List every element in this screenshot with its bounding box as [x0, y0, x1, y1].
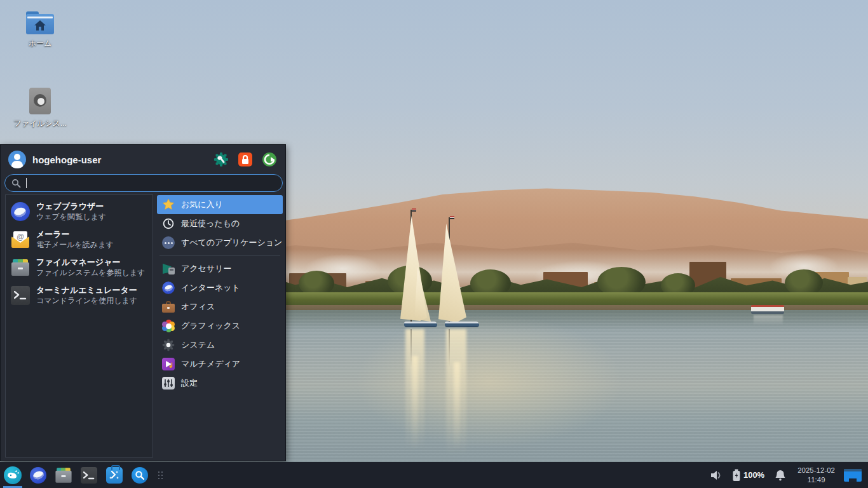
category-favorites[interactable]: お気に入り [157, 195, 283, 214]
web-browser-icon [30, 467, 46, 484]
filesystem-drive-icon [29, 88, 51, 114]
system-tray: 100% 2025-12-02 11:49 [705, 462, 868, 488]
file-manager-icon [55, 466, 72, 484]
app-item-terminal[interactable]: ターミナルエミュレーター コマンドラインを使用します [6, 281, 153, 309]
software-launcher[interactable] [102, 462, 127, 488]
notifications-button[interactable] [770, 462, 791, 488]
ferry-reflection [754, 315, 783, 325]
graphics-icon [162, 320, 175, 332]
category-separator [159, 255, 280, 256]
terminal-icon [11, 286, 30, 305]
whisker-menu-panel: hogehoge-user [0, 144, 286, 461]
workspace-switcher[interactable] [844, 469, 862, 482]
category-recently-used[interactable]: 最近使ったもの [157, 214, 283, 233]
category-label: グラフィックス [181, 320, 240, 332]
logout-icon [262, 152, 277, 167]
category-label: マルチメディア [181, 358, 240, 370]
battery-indicator[interactable] [728, 462, 742, 488]
settings-icon [162, 377, 175, 390]
app-item-file-manager[interactable]: ファイルマネージャー ファイルシステムを参照します [6, 254, 153, 281]
desktop-icon-home[interactable]: ホーム [10, 11, 71, 49]
app-title: ターミナルエミュレーター [36, 285, 137, 296]
home-folder-icon [26, 11, 54, 34]
app-subtitle: ファイルシステムを参照します [36, 268, 145, 278]
mast-reflection [410, 329, 412, 367]
taskbar: 100% 2025-12-02 11:49 [0, 462, 868, 488]
clock[interactable]: 2025-12-02 11:49 [791, 466, 841, 485]
category-internet[interactable]: インターネット [157, 278, 283, 297]
category-label: 最近使ったもの [181, 218, 240, 229]
boat-flag [450, 216, 454, 219]
web-browser-icon [11, 202, 30, 221]
star-icon [162, 198, 175, 211]
category-office[interactable]: オフィス [157, 297, 283, 316]
sail-reflection [454, 362, 460, 451]
accessories-icon [162, 262, 175, 275]
speaker-icon [709, 468, 723, 482]
grip-dots-icon [158, 471, 163, 479]
sailboat-hull [445, 322, 479, 327]
app-item-mailer[interactable]: @ メーラー 電子メールを読みます [6, 226, 153, 254]
wrench-gear-icon [214, 152, 229, 167]
file-manager-launcher[interactable] [51, 462, 76, 488]
category-label: すべてのアプリケーション [181, 237, 282, 248]
category-label: オフィス [181, 301, 215, 313]
menu-header: hogehoge-user [1, 145, 285, 174]
app-subtitle: ウェブを閲覧します [36, 212, 106, 222]
search-input[interactable] [4, 174, 283, 192]
lock-icon [238, 152, 253, 167]
clock-date: 2025-12-02 [797, 466, 835, 475]
category-accessories[interactable]: アクセサリー [157, 259, 283, 278]
volume-button[interactable] [705, 462, 728, 488]
desktop-icon-label: ホーム [29, 38, 52, 49]
category-system[interactable]: システム [157, 336, 283, 355]
category-all-applications[interactable]: すべてのアプリケーション [157, 233, 283, 252]
app-title: ファイルマネージャー [36, 257, 145, 268]
app-finder-launcher[interactable] [127, 462, 153, 488]
battery-icon [732, 469, 741, 482]
settings-manager-button[interactable] [213, 151, 229, 168]
category-settings[interactable]: 設定 [157, 374, 283, 393]
sail-reflection [412, 356, 418, 451]
username: hogehoge-user [32, 154, 205, 165]
office-icon [162, 301, 175, 313]
category-label: システム [181, 339, 215, 351]
internet-icon [162, 281, 175, 294]
category-label: アクセサリー [181, 263, 232, 274]
multimedia-icon [162, 358, 175, 370]
file-manager-icon [11, 258, 30, 277]
logout-button[interactable] [261, 151, 278, 168]
ferry-boat [751, 305, 784, 314]
terminal-icon [81, 467, 97, 484]
sunlight-sheen [356, 315, 623, 448]
lock-screen-button[interactable] [237, 151, 254, 168]
category-graphics[interactable]: グラフィックス [157, 316, 283, 336]
category-list: お気に入り 最近使ったもの すべてのアプリケーション アクセサリー [156, 195, 284, 393]
all-apps-icon [162, 236, 175, 249]
category-multimedia[interactable]: マルチメディア [157, 355, 283, 374]
sailboat-hull [404, 322, 437, 327]
category-label: お気に入り [181, 199, 223, 210]
app-finder-icon [132, 467, 148, 484]
house-glyph [34, 20, 46, 31]
app-title: ウェブブラウザー [36, 201, 106, 212]
application-list: ウェブブラウザー ウェブを閲覧します @ メーラー 電子メールを読みます [5, 194, 153, 458]
taskbar-launchers [0, 462, 168, 488]
category-label: インターネット [181, 282, 240, 294]
clock-time: 11:49 [808, 475, 825, 485]
whisker-menu-button[interactable] [0, 462, 25, 488]
terminal-launcher[interactable] [76, 462, 102, 488]
user-avatar [8, 151, 26, 168]
panel-grip[interactable] [153, 462, 168, 488]
desktop-icon-label: ファイルシス... [13, 118, 67, 129]
browser-launcher[interactable] [25, 462, 51, 488]
app-item-web-browser[interactable]: ウェブブラウザー ウェブを閲覧します [6, 198, 153, 226]
app-subtitle: コマンドラインを使用します [36, 296, 137, 306]
bell-icon [774, 469, 787, 482]
desktop-icon-filesystem[interactable]: ファイルシス... [10, 88, 71, 129]
mailer-icon: @ [11, 230, 30, 249]
text-caret [26, 178, 27, 188]
mast-reflection [449, 329, 450, 367]
whisker-menu-icon [4, 466, 22, 484]
app-title: メーラー [36, 229, 114, 240]
